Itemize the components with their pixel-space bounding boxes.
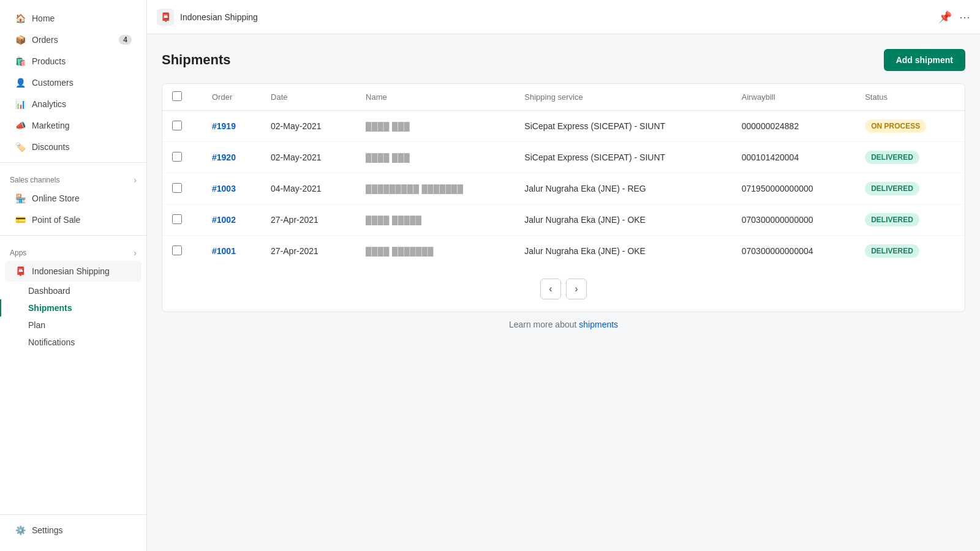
col-status: Status bbox=[855, 84, 965, 111]
sidebar-item-settings[interactable]: ⚙️ Settings bbox=[5, 520, 141, 541]
sidebar-item-orders-label: Orders bbox=[32, 35, 58, 45]
col-name: Name bbox=[356, 84, 514, 111]
col-date: Date bbox=[261, 84, 356, 111]
row-airwaybill-2: 071950000000000 bbox=[732, 173, 855, 204]
row-status-3: DELIVERED bbox=[855, 204, 965, 236]
shipments-link[interactable]: shipments bbox=[579, 320, 618, 329]
row-checkbox-1 bbox=[162, 142, 202, 173]
sidebar-item-analytics-label: Analytics bbox=[32, 99, 66, 109]
order-link-2[interactable]: #1003 bbox=[212, 184, 236, 193]
table-row: #1003 04-May-2021 █████████ ███████ Jalu… bbox=[162, 173, 965, 204]
order-link-3[interactable]: #1002 bbox=[212, 215, 236, 225]
point-of-sale-icon: 💳 bbox=[15, 214, 26, 225]
main-content: 📮 Indonesian Shipping 📌 ⋯ Shipments Add … bbox=[147, 0, 980, 551]
sidebar-item-discounts[interactable]: 🏷️ Discounts bbox=[5, 137, 141, 157]
sidebar-item-online-store[interactable]: 🏪 Online Store bbox=[5, 188, 141, 209]
sidebar-bottom: ⚙️ Settings bbox=[0, 509, 146, 551]
sidebar-subitem-notifications[interactable]: Notifications bbox=[0, 334, 146, 351]
row-name-1: ████ ███ bbox=[356, 142, 514, 173]
marketing-icon: 📣 bbox=[15, 120, 26, 131]
sidebar-item-home[interactable]: 🏠 Home bbox=[5, 8, 141, 29]
order-link-1[interactable]: #1920 bbox=[212, 152, 236, 162]
add-shipment-button[interactable]: Add shipment bbox=[884, 49, 965, 71]
row-select-2[interactable] bbox=[172, 183, 182, 193]
sidebar-subitem-dashboard[interactable]: Dashboard bbox=[0, 282, 146, 299]
prev-page-button[interactable]: ‹ bbox=[540, 279, 561, 299]
sales-channels-label: Sales channels bbox=[10, 176, 59, 184]
home-icon: 🏠 bbox=[15, 13, 26, 24]
learn-more: Learn more about shipments bbox=[162, 312, 965, 337]
sidebar-item-indonesian-shipping[interactable]: 📮 Indonesian Shipping bbox=[5, 261, 141, 282]
row-airwaybill-3: 070300000000000 bbox=[732, 204, 855, 236]
row-status-2: DELIVERED bbox=[855, 173, 965, 204]
row-shipping-3: Jalur Nugraha Eka (JNE) - OKE bbox=[514, 204, 731, 236]
status-badge-2: DELIVERED bbox=[865, 182, 919, 195]
page-title: Shipments bbox=[162, 52, 230, 68]
page-content: Shipments Add shipment Order Date Name S… bbox=[147, 34, 980, 551]
sidebar-subitem-shipments[interactable]: Shipments bbox=[0, 299, 146, 317]
row-shipping-1: SiCepat Express (SICEPAT) - SIUNT bbox=[514, 142, 731, 173]
shipments-table: Order Date Name Shipping service Airwayb… bbox=[162, 84, 965, 266]
row-select-0[interactable] bbox=[172, 121, 182, 130]
products-icon: 🛍️ bbox=[15, 56, 26, 67]
row-select-4[interactable] bbox=[172, 246, 182, 255]
topbar-title: Indonesian Shipping bbox=[180, 12, 258, 22]
col-checkbox bbox=[162, 84, 202, 111]
sidebar-item-marketing-label: Marketing bbox=[32, 121, 69, 130]
table-row: #1001 27-Apr-2021 ████ ███████ Jalur Nug… bbox=[162, 236, 965, 267]
row-name-2: █████████ ███████ bbox=[356, 173, 514, 204]
order-link-0[interactable]: #1919 bbox=[212, 121, 236, 131]
analytics-icon: 📊 bbox=[15, 99, 26, 110]
sidebar-item-discounts-label: Discounts bbox=[32, 142, 69, 152]
customer-name-4: ████ ███████ bbox=[366, 247, 434, 256]
customer-name-0: ████ ███ bbox=[366, 122, 410, 131]
row-select-3[interactable] bbox=[172, 214, 182, 224]
sidebar-item-settings-label: Settings bbox=[32, 525, 63, 535]
status-badge-1: DELIVERED bbox=[865, 151, 919, 164]
status-badge-4: DELIVERED bbox=[865, 244, 919, 258]
table-row: #1920 02-May-2021 ████ ███ SiCepat Expre… bbox=[162, 142, 965, 173]
discounts-icon: 🏷️ bbox=[15, 141, 26, 152]
status-badge-0: ON PROCESS bbox=[865, 119, 926, 133]
apps-chevron: › bbox=[134, 248, 137, 258]
next-page-button[interactable]: › bbox=[566, 279, 587, 299]
row-status-0: ON PROCESS bbox=[855, 111, 965, 142]
row-order-2: #1003 bbox=[202, 173, 261, 204]
apps-section[interactable]: Apps › bbox=[0, 241, 146, 260]
row-status-1: DELIVERED bbox=[855, 142, 965, 173]
sidebar-subitem-plan[interactable]: Plan bbox=[0, 317, 146, 334]
row-date-1: 02-May-2021 bbox=[261, 142, 356, 173]
pagination: ‹ › bbox=[162, 266, 965, 312]
table-header: Order Date Name Shipping service Airwayb… bbox=[162, 84, 965, 111]
order-link-4[interactable]: #1001 bbox=[212, 246, 236, 256]
status-badge-3: DELIVERED bbox=[865, 213, 919, 227]
sidebar-item-customers[interactable]: 👤 Customers bbox=[5, 72, 141, 93]
sidebar-subitem-dashboard-label: Dashboard bbox=[28, 286, 70, 296]
row-airwaybill-4: 070300000000004 bbox=[732, 236, 855, 267]
sidebar-subitem-shipments-label: Shipments bbox=[28, 303, 72, 313]
sales-channels-section[interactable]: Sales channels › bbox=[0, 168, 146, 187]
sidebar-item-point-of-sale[interactable]: 💳 Point of Sale bbox=[5, 209, 141, 230]
row-checkbox-4 bbox=[162, 236, 202, 267]
sidebar-subitem-plan-label: Plan bbox=[28, 320, 45, 330]
sidebar-item-orders[interactable]: 📦 Orders 4 bbox=[5, 29, 141, 50]
sidebar-item-marketing[interactable]: 📣 Marketing bbox=[5, 115, 141, 136]
sidebar-item-indonesian-shipping-label: Indonesian Shipping bbox=[32, 266, 110, 276]
pin-icon[interactable]: 📌 bbox=[938, 10, 952, 24]
row-name-3: ████ █████ bbox=[356, 204, 514, 236]
more-options-icon[interactable]: ⋯ bbox=[959, 10, 970, 24]
row-select-1[interactable] bbox=[172, 152, 182, 162]
sidebar-item-point-of-sale-label: Point of Sale bbox=[32, 215, 80, 225]
col-airwaybill: Airwaybill bbox=[732, 84, 855, 111]
orders-icon: 📦 bbox=[15, 34, 26, 45]
sidebar-item-analytics[interactable]: 📊 Analytics bbox=[5, 94, 141, 114]
sidebar-item-customers-label: Customers bbox=[32, 78, 74, 88]
topbar: 📮 Indonesian Shipping 📌 ⋯ bbox=[147, 0, 980, 34]
row-name-4: ████ ███████ bbox=[356, 236, 514, 267]
shipments-card: Order Date Name Shipping service Airwayb… bbox=[162, 83, 965, 312]
customer-name-2: █████████ ███████ bbox=[366, 184, 463, 193]
row-shipping-4: Jalur Nugraha Eka (JNE) - OKE bbox=[514, 236, 731, 267]
select-all-checkbox[interactable] bbox=[172, 91, 182, 101]
row-order-3: #1002 bbox=[202, 204, 261, 236]
sidebar-item-products[interactable]: 🛍️ Products bbox=[5, 51, 141, 72]
